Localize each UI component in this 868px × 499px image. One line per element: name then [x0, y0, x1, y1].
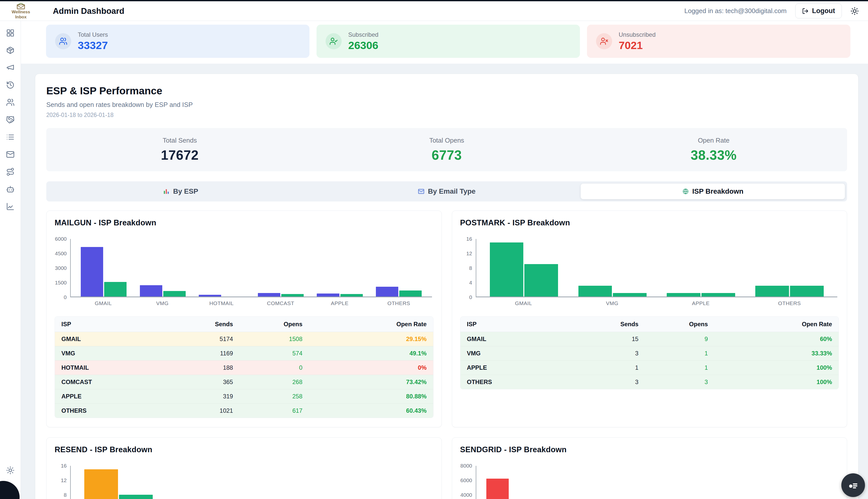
- bar-group-gmail: [74, 239, 133, 296]
- sends-bar: [667, 293, 700, 296]
- open-rate-cell: 0%: [302, 364, 427, 371]
- sun-icon: [851, 7, 859, 15]
- feedback-widget-button[interactable]: [841, 473, 865, 497]
- x-axis-label: VMG: [133, 300, 192, 306]
- section-title: ESP & ISP Performance: [46, 85, 847, 97]
- theme-toggle-button[interactable]: [851, 7, 859, 15]
- mail-icon[interactable]: [6, 150, 15, 159]
- isp-table: ISPSendsOpensOpen Rate GMAIL15960%VMG313…: [460, 316, 839, 389]
- bar-group-hotmail: [192, 239, 251, 296]
- table-header: ISPSendsOpensOpen Rate: [55, 317, 433, 332]
- bar-group-others: [775, 466, 834, 499]
- bar-group-others: [340, 466, 429, 499]
- stat-value: 7021: [619, 39, 656, 51]
- bar-group-hotmail: [598, 466, 657, 499]
- isp-cell: VMG: [467, 350, 576, 357]
- page-title: Admin Dashboard: [53, 6, 124, 16]
- open-rate-cell: 73.42%: [302, 378, 427, 386]
- opens-bar: [340, 294, 363, 296]
- opens-cell: 574: [233, 350, 302, 357]
- open-rate-value: 38.33%: [580, 147, 847, 163]
- x-axis-label: APPLE: [310, 300, 369, 306]
- isp-bar-chart: 01500300045006000 GMAILVMGHOTMAILCOMCAST…: [55, 239, 434, 306]
- y-axis-tick: 6000: [460, 477, 472, 483]
- isp-cell: HOTMAIL: [61, 364, 171, 371]
- isp-cell: APPLE: [61, 393, 171, 400]
- x-axis-label: OTHERS: [745, 300, 834, 306]
- sends-cell: 1: [576, 364, 639, 371]
- isp-bar-chart: 0481216 GMAILVMGAPPLEOTHERS: [55, 466, 434, 499]
- opens-cell: 258: [233, 393, 302, 400]
- table-header: ISPSendsOpensOpen Rate: [460, 317, 839, 332]
- table-body: GMAIL5174150829.15%VMG116957449.1%HOTMAI…: [55, 332, 433, 418]
- logo-text-line1: Wellness: [12, 10, 30, 14]
- opens-bar: [790, 286, 824, 296]
- y-axis-tick: 6000: [55, 236, 67, 242]
- bot-icon[interactable]: [6, 185, 15, 194]
- sends-bar: [755, 286, 789, 296]
- history-icon[interactable]: [6, 81, 15, 89]
- isp-row-comcast: COMCAST36526873.42%: [55, 375, 433, 389]
- plot-area: [70, 239, 432, 297]
- app-logo[interactable]: Wellness Inbox: [0, 3, 42, 20]
- table-body: GMAIL15960%VMG3133.33%APPLE11100%OTHERS3…: [460, 332, 839, 389]
- y-axis-tick: 4500: [55, 251, 67, 257]
- isp-cell: OTHERS: [61, 407, 171, 414]
- logout-icon: [802, 8, 809, 14]
- tab-label: By ESP: [173, 187, 198, 195]
- handshake-icon[interactable]: [6, 115, 15, 124]
- tab-by-esp[interactable]: By ESP: [49, 184, 313, 199]
- column-header: Opens: [233, 321, 302, 328]
- open-rate-label: Open Rate: [580, 136, 847, 144]
- bar-group-gmail: [74, 466, 163, 499]
- y-axis-tick: 8: [469, 265, 472, 271]
- date-range: 2026-01-18 to 2026-01-18: [46, 112, 847, 119]
- package-icon[interactable]: [6, 46, 15, 55]
- column-header: ISP: [61, 321, 171, 328]
- users-icon: [55, 33, 71, 49]
- y-axis-tick: 4: [469, 280, 472, 286]
- sidebar: [0, 21, 21, 499]
- stat-label: Unsubscribed: [619, 31, 656, 38]
- y-axis-tick: 12: [466, 251, 472, 257]
- route-icon[interactable]: [6, 167, 15, 176]
- y-axis-tick: 8000: [460, 463, 472, 469]
- total-opens: Total Opens 6773: [313, 136, 580, 163]
- esp-panel: POSTMARK - ISP Breakdown 0481216 GMAILVM…: [452, 210, 847, 427]
- isp-row-gmail: GMAIL5174150829.15%: [55, 332, 433, 346]
- column-header: ISP: [467, 321, 576, 328]
- isp-row-vmg: VMG116957449.1%: [55, 346, 433, 361]
- tab-by-email-type[interactable]: By Email Type: [315, 184, 579, 199]
- totals-strip: Total Sends 17672 Total Opens 6773 Open …: [46, 128, 847, 171]
- users-icon[interactable]: [6, 98, 15, 107]
- logout-button[interactable]: Logout: [795, 3, 842, 19]
- x-axis-label: OTHERS: [369, 300, 429, 306]
- open-rate-cell: 80.88%: [302, 393, 427, 400]
- isp-cell: GMAIL: [467, 336, 576, 343]
- theme-sun-icon[interactable]: [6, 466, 15, 475]
- y-axis-tick: 0: [469, 294, 472, 300]
- bar-group-others: [745, 239, 834, 296]
- x-axis-label: GMAIL: [74, 300, 133, 306]
- bar-group-vmg: [539, 466, 598, 499]
- open-rate-cell: 29.15%: [302, 336, 427, 343]
- opens-cell: 268: [233, 378, 302, 386]
- y-axis: 0481216: [460, 239, 476, 297]
- stat-card-unsubscribed: Unsubscribed 7021: [587, 25, 851, 58]
- esp-isp-performance-card: ESP & ISP Performance Sends and open rat…: [35, 74, 858, 499]
- bar-group-comcast: [251, 239, 311, 296]
- list-icon[interactable]: [6, 133, 15, 142]
- tab-isp-breakdown[interactable]: ISP Breakdown: [581, 184, 845, 199]
- tab-label: By Email Type: [428, 187, 475, 195]
- bar-group-apple: [310, 239, 369, 296]
- opens-cell: 0: [233, 364, 302, 371]
- dashboard-grid-icon[interactable]: [6, 28, 15, 37]
- bar-group-apple: [657, 239, 745, 296]
- open-rate-cell: 100%: [708, 378, 832, 386]
- esp-panel: SENDGRID - ISP Breakdown 020004000600080…: [452, 437, 847, 499]
- sends-bar: [317, 293, 339, 296]
- megaphone-icon[interactable]: [6, 63, 15, 72]
- chart-line-icon[interactable]: [6, 202, 15, 211]
- panel-title: SENDGRID - ISP Breakdown: [460, 445, 839, 454]
- tab-label: ISP Breakdown: [692, 187, 744, 195]
